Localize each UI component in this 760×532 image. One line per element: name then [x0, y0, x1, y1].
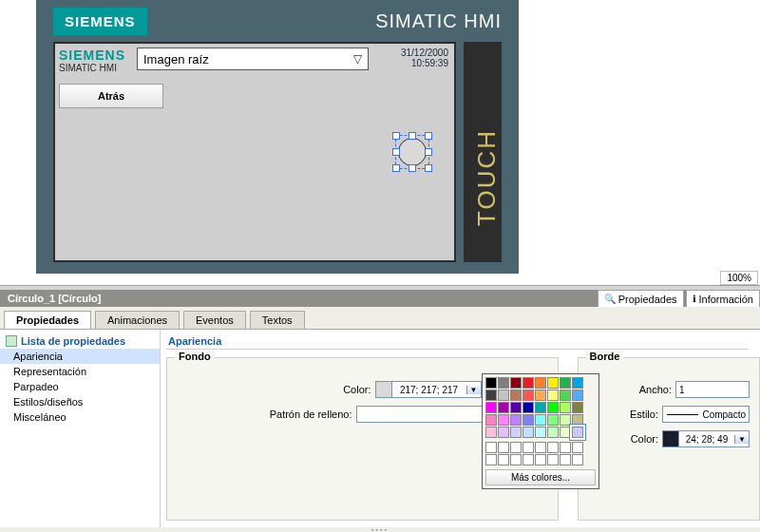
palette-cell[interactable]: [572, 427, 583, 438]
palette-cell[interactable]: [560, 390, 571, 401]
zoom-indicator[interactable]: 100%: [720, 271, 758, 285]
recent-color-cell[interactable]: [510, 454, 522, 466]
palette-cell[interactable]: [547, 402, 559, 413]
palette-cell[interactable]: [547, 414, 559, 426]
borde-width-field[interactable]: 1: [675, 381, 750, 398]
recent-color-cell[interactable]: [572, 442, 583, 453]
recent-color-cell[interactable]: [498, 442, 509, 453]
palette-cell[interactable]: [485, 402, 497, 413]
dropdown-icon[interactable]: ▼: [734, 435, 749, 444]
tab-eventos[interactable]: Eventos: [183, 311, 246, 329]
palette-cell[interactable]: [510, 377, 522, 389]
palette-cell[interactable]: [547, 427, 559, 438]
borde-color-swatch: [663, 431, 679, 446]
recent-color-cell[interactable]: [560, 442, 571, 453]
resize-handle[interactable]: [408, 132, 416, 140]
palette-cell[interactable]: [560, 414, 571, 426]
palette-cell[interactable]: [547, 377, 559, 389]
palette-cell[interactable]: [547, 390, 559, 401]
tree-header-label: Lista de propiedades: [21, 335, 125, 347]
palette-cell[interactable]: [535, 402, 546, 413]
palette-cell[interactable]: [535, 427, 546, 438]
palette-cell[interactable]: [522, 390, 534, 401]
tree-item-estilos[interactable]: Estilos/diseños: [0, 394, 160, 409]
borde-color-field[interactable]: 24; 28; 49 ▼: [662, 430, 750, 447]
palette-cell[interactable]: [498, 390, 509, 401]
palette-cell[interactable]: [485, 390, 497, 401]
label-borde-color: Color:: [631, 433, 658, 445]
tab-label: Propiedades: [618, 294, 677, 305]
tree-item-apariencia[interactable]: Apariencia: [0, 349, 160, 364]
palette-cell[interactable]: [535, 390, 546, 401]
recent-color-cell[interactable]: [535, 442, 546, 453]
palette-cell[interactable]: [498, 402, 509, 413]
palette-cell[interactable]: [522, 414, 534, 426]
palette-cell[interactable]: [485, 414, 497, 426]
palette-cell[interactable]: [572, 402, 583, 413]
dropdown-icon[interactable]: ▼: [466, 386, 481, 394]
palette-cell[interactable]: [572, 377, 583, 389]
resize-handle[interactable]: [408, 164, 416, 172]
palette-cell[interactable]: [498, 427, 509, 438]
palette-cell[interactable]: [510, 402, 522, 413]
resize-handle[interactable]: [392, 164, 400, 172]
selected-circle-object[interactable]: [395, 135, 429, 169]
tab-label: Información: [699, 294, 753, 305]
back-button[interactable]: Atrás: [59, 84, 163, 108]
palette-cell[interactable]: [498, 414, 509, 426]
tab-textos[interactable]: Textos: [250, 311, 305, 329]
palette-cell[interactable]: [485, 427, 497, 438]
recent-color-cell[interactable]: [522, 454, 534, 466]
tab-propiedades[interactable]: Propiedades: [4, 311, 91, 329]
tab-properties-right[interactable]: 🔍 Propiedades: [598, 290, 684, 307]
tree-item-miscelaneo[interactable]: Misceláneo: [0, 409, 160, 425]
tree-item-parpadeo[interactable]: Parpadeo: [0, 379, 160, 394]
palette-cell[interactable]: [510, 414, 522, 426]
palette-cell[interactable]: [485, 377, 497, 389]
palette-cell[interactable]: [560, 402, 571, 413]
recent-color-cell[interactable]: [535, 454, 546, 466]
group-title-fondo: Fondo: [175, 351, 215, 362]
tree-header[interactable]: Lista de propiedades: [0, 333, 160, 349]
recent-color-cell[interactable]: [510, 442, 522, 453]
recent-color-cell[interactable]: [560, 454, 571, 466]
palette-cell[interactable]: [535, 414, 546, 426]
group-title-borde: Borde: [586, 351, 624, 362]
screen-subbrand: SIMATIC HMI: [59, 63, 125, 73]
palette-cell[interactable]: [510, 427, 522, 438]
palette-cell[interactable]: [522, 377, 534, 389]
tree-item-representacion[interactable]: Representación: [0, 364, 160, 379]
palette-cell[interactable]: [572, 414, 583, 426]
palette-cell[interactable]: [535, 377, 546, 389]
palette-cell[interactable]: [510, 390, 522, 401]
recent-color-cell[interactable]: [485, 442, 497, 453]
tab-info-right[interactable]: ℹ Información: [686, 290, 760, 307]
palette-cell[interactable]: [522, 402, 534, 413]
recent-color-cell[interactable]: [522, 442, 534, 453]
recent-color-cell[interactable]: [547, 454, 559, 466]
fondo-color-swatch: [376, 382, 392, 397]
resize-handle[interactable]: [425, 148, 432, 156]
recent-color-cell[interactable]: [547, 442, 559, 453]
palette-cell[interactable]: [560, 427, 571, 438]
recent-color-cell[interactable]: [485, 454, 497, 466]
hmi-screen-canvas[interactable]: SIEMENS SIMATIC HMI Imagen raíz ▽ 31/12/…: [53, 42, 456, 262]
more-colors-button[interactable]: Más colores...: [485, 469, 596, 485]
resize-handle[interactable]: [425, 164, 432, 172]
info-icon: ℹ: [693, 294, 696, 304]
resize-handle[interactable]: [392, 148, 400, 156]
palette-cell[interactable]: [498, 377, 509, 389]
recent-color-cell[interactable]: [498, 454, 509, 466]
palette-cell[interactable]: [560, 377, 571, 389]
palette-cell[interactable]: [522, 427, 534, 438]
root-screen-dropdown[interactable]: Imagen raíz ▽: [137, 48, 369, 70]
panel-drag-handle[interactable]: ▪▪▪▪: [0, 527, 760, 532]
resize-handle[interactable]: [392, 132, 400, 140]
palette-cell[interactable]: [572, 390, 583, 401]
tab-animaciones[interactable]: Animaciones: [95, 311, 180, 329]
resize-handle[interactable]: [425, 132, 432, 140]
property-form: Apariencia Fondo Color: 217; 217; 217 ▼: [161, 330, 760, 527]
borde-style-field[interactable]: Compacto: [662, 406, 750, 423]
fondo-color-field[interactable]: 217; 217; 217 ▼: [375, 381, 482, 398]
recent-color-cell[interactable]: [572, 454, 583, 466]
